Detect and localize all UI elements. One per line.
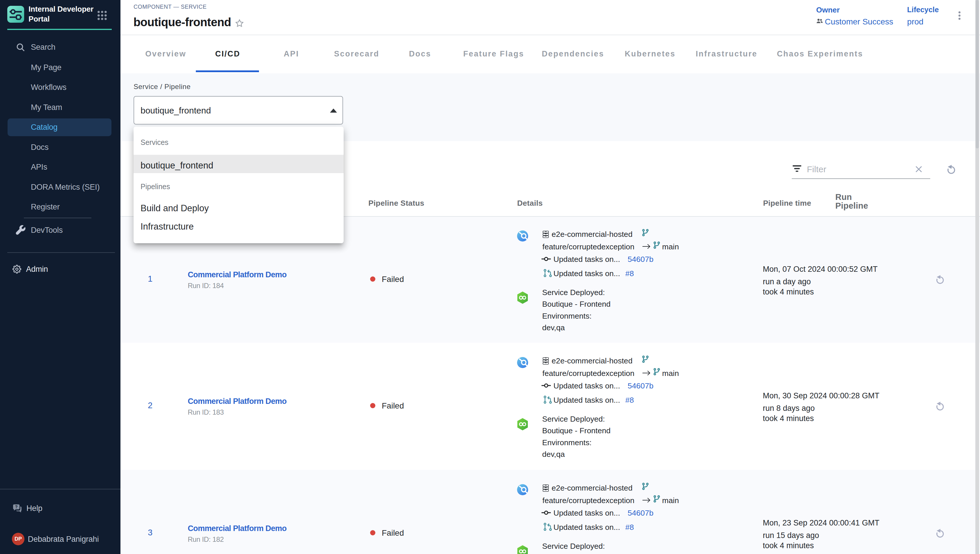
svg-text:?: ? <box>15 504 18 509</box>
